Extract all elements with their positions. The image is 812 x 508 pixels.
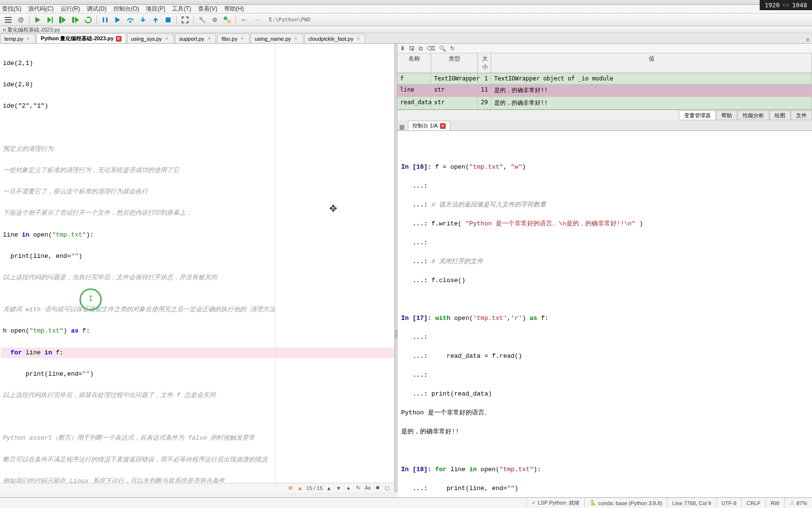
python-icon[interactable] [222, 15, 233, 25]
stop-icon[interactable] [163, 15, 173, 25]
close-icon[interactable]: × [25, 36, 31, 42]
ipython-console[interactable]: In [16]: f = open("tmp.txt", "w") ...: .… [397, 131, 812, 508]
run-selection-icon[interactable] [70, 15, 81, 25]
tab-using-sys[interactable]: using_sys.py× [127, 33, 174, 43]
menu-debug[interactable]: 调试(D) [87, 5, 107, 13]
editor-tab-bar: temp.py× Python 量化编程基础-2023.py× using_sy… [0, 33, 812, 44]
debug-play-icon[interactable] [112, 15, 123, 25]
svg-marker-13 [115, 17, 120, 23]
forward-icon[interactable]: → [251, 15, 262, 25]
settings-icon[interactable]: ⚙ [209, 15, 220, 25]
vertical-splitter[interactable] [394, 44, 397, 492]
var-row[interactable]: read_data str 29 是的，的确非常好!! [397, 97, 812, 110]
word-icon[interactable]: ▢ [384, 485, 390, 492]
var-row[interactable]: f TextIOWrapper 1 TextIOWrapper object o… [397, 73, 812, 84]
console-tab[interactable]: 控制台 1/A × [408, 121, 450, 130]
menu-view[interactable]: 查看(V) [198, 5, 218, 13]
editor-ruler [275, 44, 276, 483]
tab-main[interactable]: Python 量化编程基础-2023.py× [36, 33, 125, 43]
regex-icon[interactable]: ✱ [374, 485, 381, 492]
run-cell-icon[interactable] [45, 15, 56, 25]
outline-icon[interactable] [3, 15, 14, 25]
tab-using-name[interactable]: using_name.py× [250, 33, 303, 43]
svg-marker-3 [35, 17, 40, 23]
window-title-bar [0, 0, 812, 5]
clear-icon[interactable]: ⌫ [427, 45, 435, 52]
address-bar[interactable]: E:\Python\PWD [269, 16, 809, 23]
close-icon[interactable]: × [164, 36, 170, 42]
svg-rect-15 [166, 17, 171, 22]
menu-help[interactable]: 帮助(H) [224, 5, 244, 13]
close-icon[interactable]: × [239, 36, 245, 42]
toolbar: @ 🔧 ⚙ ← → E:\Python\PWD [0, 14, 812, 26]
console-options-icon[interactable]: ▦ [399, 124, 406, 130]
svg-rect-12 [106, 17, 108, 22]
down-icon[interactable]: ▼ [335, 485, 342, 492]
step-out-icon[interactable] [150, 15, 161, 25]
var-pane-tabs: 变量管理器 帮助 性能分析 绘图 文件 [397, 110, 812, 120]
warning-icon[interactable]: ▲ [297, 485, 303, 492]
tab-options-icon[interactable]: ≡ [803, 36, 812, 43]
back-icon[interactable]: ← [239, 15, 250, 25]
refresh-icon[interactable]: ↻ [450, 45, 455, 52]
copy-icon[interactable]: ⧉ [419, 45, 423, 52]
tab-cloudpickle[interactable]: cloudpickle_fast.py× [304, 33, 366, 43]
svg-point-14 [129, 21, 131, 23]
status-conda[interactable]: 🐍conda: base (Python 3.8.8) [584, 498, 667, 508]
close-icon[interactable]: × [440, 123, 446, 129]
tab-help[interactable]: 帮助 [716, 111, 737, 120]
menu-find[interactable]: 查找(S) [2, 5, 21, 13]
menu-run[interactable]: 运行(R) [61, 5, 80, 13]
close-icon[interactable]: × [116, 36, 122, 42]
search-icon[interactable]: 🔍 [439, 45, 446, 52]
editor-pane: ide(2,1) ide(2,0) ide("2","1") 预定义的清理行为 … [0, 44, 394, 492]
step-over-icon[interactable] [125, 15, 136, 25]
step-into-icon[interactable] [138, 15, 148, 25]
var-table-header: 名称 类型 大小 值 [397, 53, 812, 73]
aa-icon[interactable]: Aa [364, 485, 371, 492]
menu-source[interactable]: 源代码(C) [28, 5, 54, 13]
tab-plot[interactable]: 绘图 [769, 111, 791, 120]
at-icon[interactable]: @ [16, 15, 26, 25]
menu-tools[interactable]: 工具(T) [172, 5, 191, 13]
status-cursor: Line 7768, Col 9 [667, 498, 716, 508]
debug-pause-icon[interactable] [100, 15, 110, 25]
console-pane: ▦ 控制台 1/A × In [16]: f = open("tmp.txt",… [397, 120, 812, 508]
refresh-icon[interactable]: ↻ [355, 485, 361, 492]
menu-bar: 查找(S) 源代码(C) 运行(R) 调试(D) 控制台(O) 项目(P) 工具… [0, 5, 812, 14]
maximize-icon[interactable] [180, 15, 190, 25]
rerun-icon[interactable] [83, 15, 94, 25]
menu-console[interactable]: 控制台(O) [113, 5, 139, 13]
console-tabbar: ▦ 控制台 1/A × [397, 120, 812, 131]
code-editor[interactable]: ide(2,1) ide(2,0) ide("2","1") 预定义的清理行为 … [0, 44, 394, 483]
svg-rect-2 [5, 22, 12, 23]
error-icon[interactable]: ⊘ [287, 485, 294, 492]
save-icon[interactable]: 🖫 [409, 45, 415, 52]
svg-rect-5 [52, 17, 53, 23]
close-icon[interactable]: × [355, 36, 361, 42]
variable-explorer: ⬇ 🖫 ⧉ ⌫ 🔍 ↻ 名称 类型 大小 值 f TextIOWrapper 1 [397, 44, 812, 120]
close-icon[interactable]: × [293, 36, 299, 42]
status-lsp[interactable]: ✓LSP Python: 就绪 [526, 498, 584, 508]
tab-files[interactable]: 文件 [791, 111, 812, 120]
tab-fibo[interactable]: fibo.py× [217, 33, 249, 43]
wrench-icon[interactable]: 🔧 [197, 15, 207, 25]
svg-marker-9 [75, 17, 79, 23]
tab-support[interactable]: support.py× [175, 33, 216, 43]
menu-project[interactable]: 项目(P) [146, 5, 165, 13]
status-dot-icon[interactable]: ● [345, 485, 352, 492]
status-encoding[interactable]: UTF-8 [716, 498, 741, 508]
tab-profiler[interactable]: 性能分析 [737, 111, 769, 120]
run-icon[interactable] [32, 15, 43, 25]
import-icon[interactable]: ⬇ [400, 45, 405, 52]
tab-var-explorer[interactable]: 变量管理器 [679, 111, 716, 120]
var-row[interactable]: line str 11 是的，的确非常好!! [397, 84, 812, 97]
up-icon[interactable]: ▲ [326, 485, 332, 492]
run-cell-next-icon[interactable] [58, 15, 68, 25]
counter-label: 15 / 15 [306, 485, 323, 491]
status-eol[interactable]: CRLF [741, 498, 765, 508]
status-rw: RW [765, 498, 784, 508]
tab-temp[interactable]: temp.py× [0, 33, 35, 43]
close-icon[interactable]: × [206, 36, 212, 42]
status-mem: ⚠87% [784, 498, 812, 508]
